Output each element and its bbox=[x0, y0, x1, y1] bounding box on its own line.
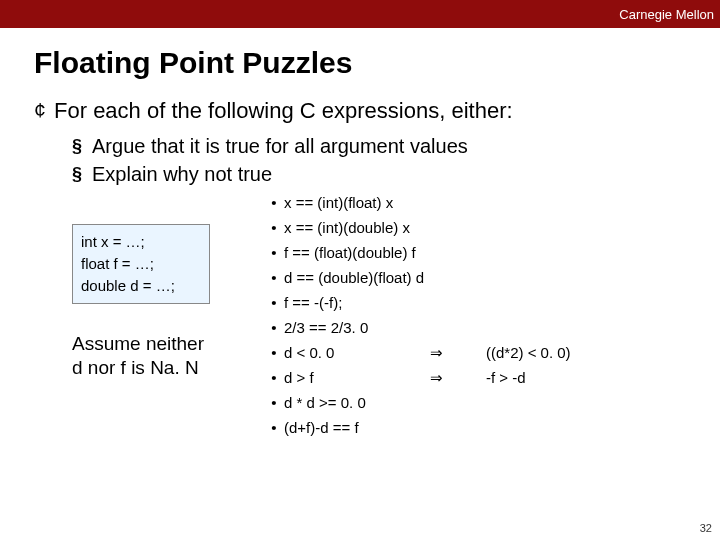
left-column: int x = …; float f = …; double d = …; As… bbox=[34, 190, 264, 440]
page-number: 32 bbox=[700, 522, 712, 534]
rhs: ((d*2) < 0. 0) bbox=[486, 340, 571, 365]
dot-icon: • bbox=[264, 190, 284, 215]
expr: x == (int)(float) x bbox=[284, 190, 430, 215]
list-item: • f == -(-f); bbox=[264, 290, 686, 315]
content-area: ¢ For each of the following C expression… bbox=[0, 98, 720, 440]
list-item: • 2/3 == 2/3. 0 bbox=[264, 315, 686, 340]
square-bullet-icon: § bbox=[72, 162, 82, 186]
square-bullet-icon: § bbox=[72, 134, 82, 158]
expr: x == (int)(double) x bbox=[284, 215, 430, 240]
list-item: • x == (int)(float) x bbox=[264, 190, 686, 215]
list-item: • d == (double)(float) d bbox=[264, 265, 686, 290]
expr: d * d >= 0. 0 bbox=[284, 390, 430, 415]
code-line-2: float f = …; bbox=[81, 253, 199, 275]
dot-icon: • bbox=[264, 240, 284, 265]
expr: d < 0. 0 bbox=[284, 340, 430, 365]
dot-icon: • bbox=[264, 265, 284, 290]
sub-text-1: Argue that it is true for all argument v… bbox=[92, 134, 468, 158]
dot-icon: • bbox=[264, 315, 284, 340]
institution-label: Carnegie Mellon bbox=[619, 7, 714, 22]
code-line-1: int x = …; bbox=[81, 231, 199, 253]
list-item: • (d+f)-d == f bbox=[264, 415, 686, 440]
dot-icon: • bbox=[264, 340, 284, 365]
sub-bullet-1: § Argue that it is true for all argument… bbox=[72, 134, 686, 158]
expr: (d+f)-d == f bbox=[284, 415, 430, 440]
header-bar: Carnegie Mellon bbox=[0, 0, 720, 28]
implies-icon: ⇒ bbox=[430, 365, 486, 390]
list-item: • d * d >= 0. 0 bbox=[264, 390, 686, 415]
sub-bullet-2: § Explain why not true bbox=[72, 162, 686, 186]
list-item: • d < 0. 0 ⇒ ((d*2) < 0. 0) bbox=[264, 340, 686, 365]
list-item: • d > f ⇒ -f > -d bbox=[264, 365, 686, 390]
list-item: • f == (float)(double) f bbox=[264, 240, 686, 265]
expr: d > f bbox=[284, 365, 430, 390]
slide: Carnegie Mellon Floating Point Puzzles ¢… bbox=[0, 0, 720, 540]
lead-text: For each of the following C expressions,… bbox=[54, 98, 513, 124]
code-box: int x = …; float f = …; double d = …; bbox=[72, 224, 210, 304]
slide-title: Floating Point Puzzles bbox=[34, 46, 720, 80]
code-line-3: double d = …; bbox=[81, 275, 199, 297]
dot-icon: • bbox=[264, 415, 284, 440]
expression-list: • x == (int)(float) x • x == (int)(doubl… bbox=[264, 190, 686, 440]
list-item: • x == (int)(double) x bbox=[264, 215, 686, 240]
expr: f == -(-f); bbox=[284, 290, 430, 315]
dot-icon: • bbox=[264, 390, 284, 415]
lower-columns: int x = …; float f = …; double d = …; As… bbox=[34, 190, 686, 440]
rhs: -f > -d bbox=[486, 365, 526, 390]
expr: d == (double)(float) d bbox=[284, 265, 430, 290]
assumption-text: Assume neither d nor f is Na. N bbox=[72, 332, 264, 380]
dot-icon: • bbox=[264, 365, 284, 390]
lead-bullet: ¢ For each of the following C expression… bbox=[34, 98, 686, 124]
sub-text-2: Explain why not true bbox=[92, 162, 272, 186]
dot-icon: • bbox=[264, 215, 284, 240]
bullet-icon: ¢ bbox=[34, 98, 46, 124]
expr: 2/3 == 2/3. 0 bbox=[284, 315, 430, 340]
implies-icon: ⇒ bbox=[430, 340, 486, 365]
dot-icon: • bbox=[264, 290, 284, 315]
expr: f == (float)(double) f bbox=[284, 240, 430, 265]
